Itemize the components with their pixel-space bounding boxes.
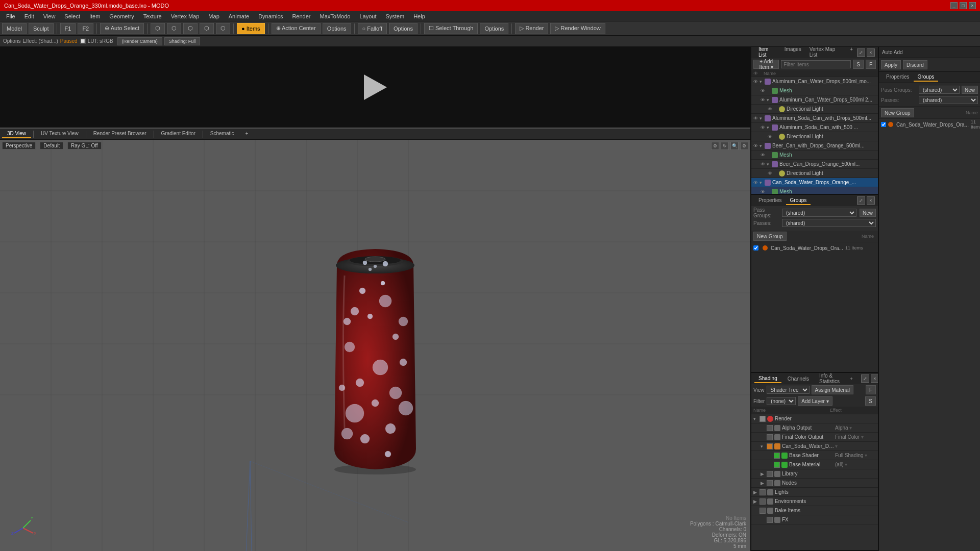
menu-layout[interactable]: Layout (355, 12, 380, 20)
eye-icon[interactable]: 👁 (761, 162, 765, 167)
list-item-selected[interactable]: 👁 ▾ Can_Soda_Water_Drops_Orange_... (751, 178, 878, 187)
eye-icon[interactable]: 👁 (753, 79, 758, 84)
shader-row-can-group[interactable]: ▾ Can_Soda_Water_Drops_.... ▾ (751, 442, 878, 451)
expand-icon[interactable]: ▶ (761, 471, 766, 477)
eye-icon[interactable]: 👁 (768, 134, 772, 139)
viewport-icon-2[interactable]: ↻ (721, 142, 729, 150)
filter-f-button[interactable]: F (866, 60, 876, 69)
passes-right-dropdown[interactable]: (shared) (919, 96, 978, 104)
list-item[interactable]: 👁 ▾ Aluminum_Can_Water_Drops_500ml_mo... (751, 77, 878, 86)
eye-icon[interactable]: 👁 (768, 171, 772, 176)
close-button[interactable]: × (969, 2, 976, 9)
menu-view[interactable]: View (39, 12, 60, 20)
new-group-button[interactable]: New Group (753, 232, 787, 241)
list-item[interactable]: 👁 Mesh (751, 86, 878, 95)
viewport-icon-3[interactable]: 🔍 (730, 142, 739, 150)
tab-channels[interactable]: Channels (783, 375, 813, 383)
list-item[interactable]: 👁 ▾ Aluminum_Soda_Can_with_Drops_500ml..… (751, 114, 878, 123)
eye-icon[interactable]: 👁 (761, 153, 765, 158)
menu-vertex-map[interactable]: Vertex Map (167, 12, 204, 20)
expand-icon[interactable]: ▾ (761, 444, 766, 449)
tab-add[interactable]: + (240, 130, 254, 138)
render-window-button[interactable]: ▷ Render Window (550, 23, 605, 34)
menu-help[interactable]: Help (409, 12, 429, 20)
play-button[interactable] (362, 74, 388, 100)
filter-dropdown[interactable]: (none) (767, 397, 796, 405)
menu-render[interactable]: Render (288, 12, 314, 20)
tab-render-preset[interactable]: Render Preset Browser (88, 130, 152, 138)
expand-icon[interactable]: ▶ (753, 499, 758, 504)
tab-groups[interactable]: Groups (786, 196, 811, 205)
render-camera-button[interactable]: (Render Camera) (117, 37, 162, 45)
tab-shading[interactable]: Shading (754, 374, 781, 383)
action-center-button[interactable]: ⊕ Action Center (272, 23, 321, 34)
maximize-button[interactable]: □ (960, 2, 967, 9)
passes-dropdown[interactable]: (shared) (782, 219, 876, 227)
menu-file[interactable]: File (2, 12, 19, 20)
add-layer-button[interactable]: Add Layer ▾ (798, 396, 832, 406)
menu-maxtomodo[interactable]: MaxToModo (316, 12, 355, 20)
list-item[interactable]: 👁 Mesh (751, 151, 878, 160)
tool-1[interactable]: ⬡ (151, 23, 165, 34)
action-options-button[interactable]: Options (323, 23, 351, 34)
filter-s-button[interactable]: S (853, 60, 864, 69)
eye-icon[interactable]: 👁 (768, 107, 772, 112)
menu-animate[interactable]: Animate (225, 12, 253, 20)
expand-icon[interactable]: ▾ (760, 180, 765, 185)
tab-groups-right[interactable]: Groups (914, 73, 939, 82)
expand-icon[interactable]: ▾ (767, 162, 772, 167)
tool-2[interactable]: ⬡ (167, 23, 181, 34)
shader-row-bake-items[interactable]: Bake Items (751, 506, 878, 515)
shader-row-alpha[interactable]: Alpha Output Alpha ▾ (751, 423, 878, 433)
filter-items-input[interactable] (781, 60, 851, 68)
menu-map[interactable]: Map (204, 12, 223, 20)
shader-row-nodes[interactable]: ▶ Nodes (751, 479, 878, 488)
expand-icon[interactable]: ▶ (753, 490, 758, 495)
items-button[interactable]: ● Items (237, 23, 265, 34)
groups-close-icon[interactable]: × (867, 196, 875, 205)
tab-properties[interactable]: Properties (754, 196, 786, 205)
tab-shading-add[interactable]: + (846, 375, 857, 383)
new-right-button[interactable]: New (962, 86, 978, 94)
f2-button[interactable]: F2 (78, 23, 93, 34)
list-item[interactable]: 👁 ▾ Beer_Can_with_Drops_Orange_500ml... (751, 141, 878, 151)
sculpt-button[interactable]: Sculpt (29, 23, 54, 34)
group-item[interactable]: Can_Soda_Water_Drops_Ora... 11 Items (751, 242, 878, 254)
shading-s-button[interactable]: S (865, 396, 876, 406)
tab-gradient[interactable]: Gradient Editor (156, 130, 201, 138)
new-group-right-button[interactable]: New Group (881, 108, 914, 117)
item-panel-settings[interactable]: × (867, 48, 875, 57)
list-item[interactable]: 👁 Directional Light (751, 105, 878, 114)
auto-select-button[interactable]: ⊕ Auto Select (100, 23, 144, 34)
shading-f-button[interactable]: F (866, 385, 876, 394)
shader-tree-dropdown[interactable]: Shader Tree (767, 386, 810, 394)
groups-expand-icon[interactable]: ⤢ (857, 196, 865, 205)
group-item-right[interactable]: Can_Soda_Water_Drops_Ora... 11 Items (879, 119, 980, 130)
tab-uv-texture[interactable]: UV Texture View (36, 130, 84, 138)
tool-3[interactable]: ⬡ (183, 23, 198, 34)
tab-images[interactable]: Images (780, 45, 805, 60)
shader-row-environments[interactable]: ▶ Environments (751, 497, 878, 506)
new-pass-button[interactable]: New (860, 209, 876, 217)
tool-5[interactable]: ⬡ (216, 23, 230, 34)
shader-row-fx[interactable]: FX (751, 515, 878, 524)
tab-3d-view[interactable]: 3D View (2, 130, 31, 138)
perspective-label[interactable]: Perspective (2, 142, 36, 149)
tab-add-panel[interactable]: + (846, 45, 857, 60)
tab-info-statistics[interactable]: Info & Statistics (815, 372, 844, 385)
group-checkbox-right[interactable] (881, 122, 886, 127)
shading-button[interactable]: Shading: Full (164, 37, 201, 45)
shader-row-final-color[interactable]: Final Color Output Final Color ▾ (751, 433, 878, 442)
menu-system[interactable]: System (381, 12, 408, 20)
eye-icon[interactable]: 👁 (761, 189, 765, 194)
menu-dynamics[interactable]: Dynamics (254, 12, 287, 20)
shader-row-base-material[interactable]: Base Material (all) ▾ (751, 460, 878, 469)
viewport-icon-4[interactable]: ⚙ (740, 142, 748, 150)
list-item[interactable]: 👁 Directional Light (751, 169, 878, 178)
eye-icon[interactable]: 👁 (753, 180, 758, 185)
tab-properties-right[interactable]: Properties (882, 73, 914, 82)
shading-expand-icon[interactable]: ⤢ (861, 374, 869, 383)
expand-icon[interactable]: ▾ (760, 143, 765, 148)
group-checkbox[interactable] (753, 245, 758, 251)
shader-row-library[interactable]: ▶ Library (751, 469, 878, 479)
